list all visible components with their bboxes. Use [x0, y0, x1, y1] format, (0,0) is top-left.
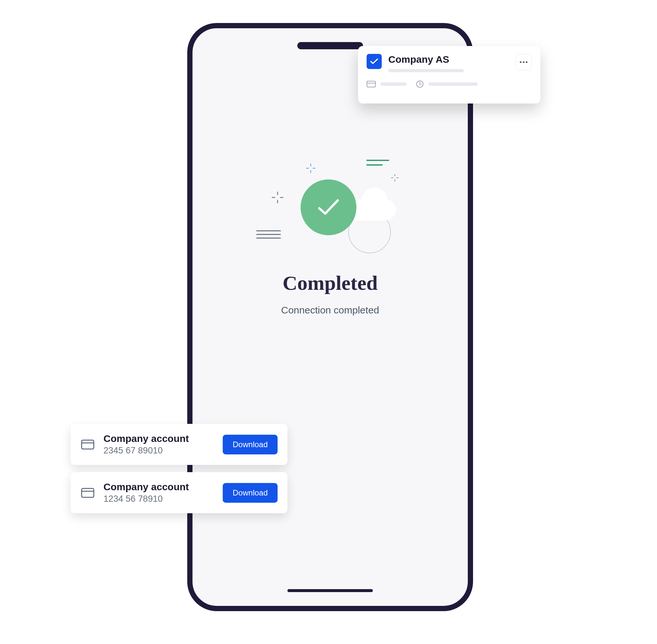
check-icon [370, 58, 378, 65]
svg-point-13 [523, 61, 524, 63]
decorative-lines-icon [366, 160, 389, 169]
plus-icon [271, 191, 284, 205]
account-number: 2345 67 89010 [103, 445, 214, 456]
home-indicator [287, 589, 373, 592]
headline: Completed [282, 271, 377, 295]
account-row: Company account 1234 56 78910 Download [71, 472, 287, 513]
card-icon [367, 81, 376, 87]
company-name: Company AS [388, 54, 509, 65]
account-row: Company account 2345 67 89010 Download [71, 424, 287, 465]
download-button[interactable]: Download [223, 483, 278, 503]
more-icon [520, 61, 527, 63]
plus-icon [305, 163, 316, 175]
checkmark-circle-icon [301, 179, 356, 235]
svg-point-12 [520, 61, 521, 63]
svg-rect-20 [82, 488, 94, 497]
skeleton-line [428, 83, 478, 86]
decorative-lines-icon [256, 230, 281, 241]
svg-rect-18 [82, 440, 94, 449]
account-number: 1234 56 78910 [103, 494, 214, 504]
company-checkbox[interactable] [367, 54, 382, 69]
card-icon [80, 440, 95, 450]
svg-rect-15 [367, 81, 375, 87]
svg-point-14 [525, 61, 527, 63]
account-title: Company account [103, 433, 214, 444]
skeleton-line [380, 83, 407, 86]
subtitle: Connection completed [281, 305, 379, 316]
card-icon [80, 488, 95, 498]
more-button[interactable] [515, 54, 532, 70]
download-button[interactable]: Download [223, 435, 278, 454]
account-title: Company account [103, 481, 214, 492]
phone-frame: Completed Connection completed [187, 23, 473, 611]
success-illustration [255, 160, 406, 252]
company-card: Company AS [358, 46, 540, 104]
skeleton-line [388, 69, 464, 72]
clock-icon [416, 80, 424, 88]
accounts-list: Company account 2345 67 89010 Download C… [71, 424, 287, 521]
plus-icon [391, 174, 399, 183]
